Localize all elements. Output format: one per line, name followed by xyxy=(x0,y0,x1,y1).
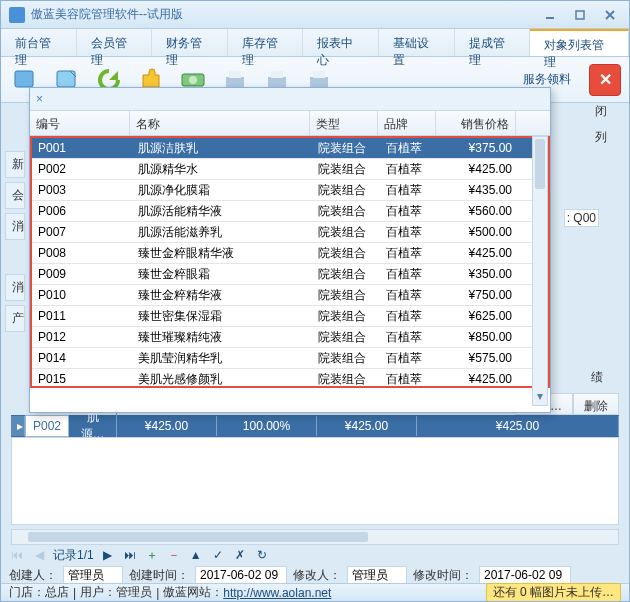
creator-field[interactable] xyxy=(63,566,123,584)
maximize-button[interactable] xyxy=(569,6,591,24)
pager-last[interactable]: ⏭ xyxy=(122,547,138,563)
table-row[interactable]: P014美肌莹润精华乳院装组合百植萃¥575.00 xyxy=(32,348,548,369)
table-row[interactable]: P001肌源洁肤乳院装组合百植萃¥375.00 xyxy=(32,138,548,159)
pager-cancel[interactable]: ✗ xyxy=(232,547,248,563)
table-row[interactable]: P010臻世金粹精华液院装组合百植萃¥750.00 xyxy=(32,285,548,306)
close-window-button[interactable] xyxy=(599,6,621,24)
search-fragment[interactable]: : Q00 xyxy=(564,209,599,227)
table-row[interactable]: P011臻世密集保湿霜院装组合百植萃¥625.00 xyxy=(32,306,548,327)
menu-objectlist[interactable]: 对象列表管理 xyxy=(530,29,629,56)
cell: P011 xyxy=(32,307,132,325)
col-brand[interactable]: 品牌 xyxy=(378,111,436,135)
pager-edit[interactable]: ▲ xyxy=(188,547,204,563)
edit-c1[interactable]: ¥425.00 xyxy=(117,416,217,436)
pager-commit[interactable]: ✓ xyxy=(210,547,226,563)
menu-commission[interactable]: 提成管理 xyxy=(455,29,531,56)
cell: P010 xyxy=(32,286,132,304)
cell: P012 xyxy=(32,328,132,346)
table-row[interactable]: P002肌源精华水院装组合百植萃¥425.00 xyxy=(32,159,548,180)
cell: 院装组合 xyxy=(312,138,380,159)
side-tabs: 新 会 消 消 产 xyxy=(5,151,25,332)
cell: P003 xyxy=(32,181,132,199)
table-row[interactable]: P009臻世金粹眼霜院装组合百植萃¥350.00 xyxy=(32,264,548,285)
table-row[interactable]: P006肌源活能精华液院装组合百植萃¥560.00 xyxy=(32,201,548,222)
cell: P006 xyxy=(32,202,132,220)
pager-remove[interactable]: － xyxy=(166,547,182,563)
user-label: 用户： xyxy=(80,584,116,601)
sidetab-consume1[interactable]: 消 xyxy=(5,213,25,240)
menu-report[interactable]: 报表中心 xyxy=(303,29,379,56)
grid-scrollbar[interactable]: ▾ xyxy=(532,136,548,406)
col-price[interactable]: 销售价格 xyxy=(436,111,516,135)
menu-member[interactable]: 会员管理 xyxy=(77,29,153,56)
minimize-button[interactable] xyxy=(539,6,561,24)
modifier-label: 修改人： xyxy=(293,567,341,584)
edit-row: ▸ P002 肌源… ¥425.00 100.00% ¥425.00 ¥425.… xyxy=(11,415,619,437)
cell: 臻世密集保湿霜 xyxy=(132,306,312,327)
cell: ¥575.00 xyxy=(438,349,518,367)
popup-close-icon[interactable]: × xyxy=(36,92,43,106)
modifier-field[interactable] xyxy=(347,566,407,584)
close-text-fragment: 闭 xyxy=(595,103,607,120)
cell: 美肌莹润精华乳 xyxy=(132,348,312,369)
sidetab-member[interactable]: 会 xyxy=(5,182,25,209)
sidetab-consume2[interactable]: 消 xyxy=(5,274,25,301)
cell: 美肌光感修颜乳 xyxy=(132,369,312,389)
table-row[interactable]: P003肌源净化膜霜院装组合百植萃¥435.00 xyxy=(32,180,548,201)
horizontal-scrollbar[interactable] xyxy=(11,529,619,545)
cell: 百植萃 xyxy=(380,264,438,285)
col-id[interactable]: 编号 xyxy=(30,111,130,135)
cell: 百植萃 xyxy=(380,306,438,327)
edit-c2[interactable]: 100.00% xyxy=(217,416,317,436)
col-delete[interactable]: 删除 xyxy=(573,393,619,415)
cell: 臻世金粹精华液 xyxy=(132,285,312,306)
sidetab-product[interactable]: 产 xyxy=(5,305,25,332)
cell: 百植萃 xyxy=(380,369,438,389)
menu-stock[interactable]: 库存管理 xyxy=(228,29,304,56)
cell: ¥435.00 xyxy=(438,181,518,199)
cell: 百植萃 xyxy=(380,201,438,222)
cell: P009 xyxy=(32,265,132,283)
cell: 肌源洁肤乳 xyxy=(132,138,312,159)
cell: P015 xyxy=(32,370,132,388)
col-type[interactable]: 类型 xyxy=(310,111,378,135)
svg-rect-11 xyxy=(271,71,283,78)
table-row[interactable]: P007肌源活能滋养乳院装组合百植萃¥500.00 xyxy=(32,222,548,243)
svg-rect-8 xyxy=(226,77,244,87)
menu-front[interactable]: 前台管理 xyxy=(1,29,77,56)
menu-basic[interactable]: 基础设置 xyxy=(379,29,455,56)
menu-finance[interactable]: 财务管理 xyxy=(152,29,228,56)
close-tab-button[interactable]: ✕ xyxy=(589,64,621,96)
ctime-label: 创建时间： xyxy=(129,567,189,584)
cell: 院装组合 xyxy=(312,243,380,264)
table-row[interactable]: P015美肌光感修颜乳院装组合百植萃¥425.00 xyxy=(32,369,548,388)
cell: 百植萃 xyxy=(380,222,438,243)
cell: 肌源活能滋养乳 xyxy=(132,222,312,243)
site-link[interactable]: http://www.aolan.net xyxy=(223,586,331,600)
pager-refresh[interactable]: ↻ xyxy=(254,547,270,563)
cell: 院装组合 xyxy=(312,180,380,201)
table-row[interactable]: P012臻世璀璨精纯液院装组合百植萃¥850.00 xyxy=(32,327,548,348)
edit-c3[interactable]: ¥425.00 xyxy=(317,416,417,436)
store-label: 门店： xyxy=(9,584,45,601)
pager-first[interactable]: ⏮ xyxy=(9,547,25,563)
table-row[interactable]: P008臻世金粹眼精华液院装组合百植萃¥425.00 xyxy=(32,243,548,264)
ctime-field[interactable] xyxy=(195,566,287,584)
svg-rect-9 xyxy=(229,71,241,78)
grid-body[interactable]: P001肌源洁肤乳院装组合百植萃¥375.00P002肌源精华水院装组合百植萃¥… xyxy=(30,136,550,388)
cell: 院装组合 xyxy=(312,159,380,180)
cell: P014 xyxy=(32,349,132,367)
col-name[interactable]: 名称 xyxy=(130,111,310,135)
svg-rect-10 xyxy=(268,77,286,87)
pager-next[interactable]: ▶ xyxy=(100,547,116,563)
edit-c4[interactable]: ¥425.00 xyxy=(417,416,619,436)
pager-add[interactable]: ＋ xyxy=(144,547,160,563)
cell: P008 xyxy=(32,244,132,262)
edit-code[interactable]: P002 xyxy=(25,415,69,437)
pager-text: 记录1/1 xyxy=(53,547,94,564)
upload-badge[interactable]: 还有 0 幅图片未上传… xyxy=(486,583,621,602)
pager-prev[interactable]: ◀ xyxy=(31,547,47,563)
sidetab-new[interactable]: 新 xyxy=(5,151,25,178)
mtime-field[interactable] xyxy=(479,566,571,584)
menubar: 前台管理 会员管理 财务管理 库存管理 报表中心 基础设置 提成管理 对象列表管… xyxy=(1,29,629,57)
